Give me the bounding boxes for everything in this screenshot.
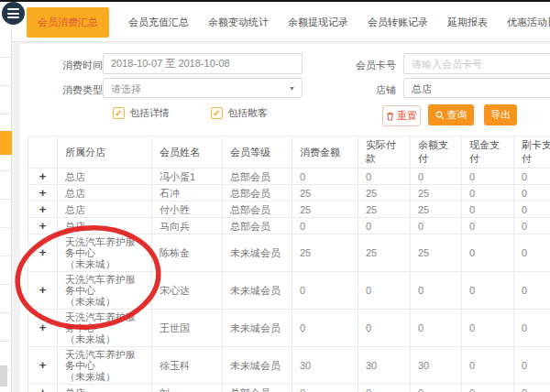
- column-header-8: 刷卡支付: [514, 136, 550, 169]
- search-button-label: 查询: [447, 108, 468, 122]
- table-row: +总店付小胜总部会员25252500: [28, 201, 550, 218]
- expand-row-icon[interactable]: +: [39, 205, 47, 214]
- table-row: +总店刘总部会员00000: [28, 385, 550, 392]
- expand-row-icon[interactable]: +: [39, 172, 47, 181]
- cell-value: 0: [358, 218, 411, 234]
- cell-value: 25: [411, 201, 462, 218]
- tab-4[interactable]: 余额提现记录: [288, 16, 348, 29]
- cell-value: 0: [462, 310, 514, 347]
- cell-value: 25: [292, 201, 358, 218]
- column-header-6: 余额支付: [411, 136, 462, 169]
- member-card-input[interactable]: [403, 53, 550, 74]
- table-row: +天洗汽车养护服务中心 （未来城）宋心达未来城会员00000: [28, 272, 550, 310]
- cell-member-name: 石冲: [152, 185, 223, 201]
- cell-value: 0: [292, 169, 358, 185]
- include-detail-label: 包括详情: [129, 106, 170, 120]
- expand-row-icon[interactable]: +: [39, 189, 47, 198]
- tab-5[interactable]: 会员转账记录: [368, 16, 428, 29]
- cell-value: 0: [358, 272, 411, 310]
- cell-member-name: 宋心达: [152, 272, 223, 310]
- cell-branch: 天洗汽车养护服务中心 （未来城）: [58, 310, 152, 347]
- cell-value: 0: [514, 169, 550, 185]
- cell-value: 25: [411, 185, 462, 201]
- content-panel: 消费时间 会员卡号 消费类型 请选择 ▼ 店铺 总店 ✓ 包括详情 ✓ 包括散客…: [20, 44, 550, 392]
- include-detail-checkbox[interactable]: ✓ 包括详情: [113, 106, 170, 120]
- cell-branch: 总店: [58, 169, 152, 185]
- shop-label: 店铺: [323, 83, 396, 97]
- cell-value: 0: [411, 218, 462, 234]
- cell-value: 0: [358, 169, 411, 185]
- cell-member-level: 未来城会员: [223, 272, 292, 310]
- reset-button[interactable]: 重置: [382, 105, 421, 126]
- tab-3[interactable]: 余额变动统计: [208, 16, 269, 29]
- cell-member-name: 马向兵: [152, 218, 223, 234]
- column-header-2: 会员姓名: [152, 136, 223, 169]
- search-icon: [435, 111, 445, 120]
- results-table: 所属分店会员姓名会员等级消费金额实际付款余额支付现金支付刷卡支付 +总店冯小蛋1…: [28, 136, 550, 392]
- expand-row-icon[interactable]: +: [39, 388, 47, 392]
- consume-type-value: 请选择: [111, 83, 141, 94]
- cell-branch: 总店: [58, 201, 152, 218]
- expand-row-icon[interactable]: +: [39, 361, 47, 370]
- expand-cell: +: [28, 185, 58, 201]
- cell-member-level: 总部会员: [223, 201, 292, 218]
- table-row: +总店冯小蛋1总部会员00000: [28, 169, 550, 185]
- cell-value: 25: [358, 234, 411, 272]
- expand-cell: +: [28, 310, 58, 347]
- expand-row-icon[interactable]: +: [39, 323, 47, 332]
- cell-value: 0: [462, 385, 514, 392]
- cell-member-name: 刘: [152, 385, 223, 392]
- expand-row-icon[interactable]: +: [39, 222, 47, 231]
- consume-type-select[interactable]: 请选择 ▼: [103, 78, 302, 98]
- cell-value: 0: [411, 272, 462, 310]
- column-header-7: 现金支付: [462, 136, 514, 169]
- cell-value: 0: [462, 272, 514, 310]
- app-window: 会员消费汇总会员充值汇总余额变动统计余额提现记录会员转账记录延期报表优惠活动日志…: [0, 0, 550, 392]
- member-card-label: 会员卡号: [323, 59, 396, 72]
- consume-time-input[interactable]: [103, 53, 302, 74]
- cell-value: 0: [462, 347, 514, 385]
- cell-member-name: 陈栋金: [152, 234, 223, 272]
- cell-value: 0: [514, 201, 550, 218]
- cell-value: 0: [514, 385, 550, 392]
- cell-member-name: 王世国: [152, 310, 223, 347]
- cell-branch: 总店: [58, 185, 152, 201]
- export-button[interactable]: 导出: [484, 104, 517, 125]
- cell-branch: 天洗汽车养护服务中心 （未来城）: [58, 347, 152, 385]
- cell-value: 25: [292, 234, 358, 272]
- tab-1[interactable]: 会员消费汇总: [27, 7, 109, 38]
- tab-7[interactable]: 优惠活动日志: [507, 16, 550, 29]
- collapsed-sidebar[interactable]: [0, 2, 12, 392]
- expand-row-icon[interactable]: +: [39, 248, 47, 257]
- search-button[interactable]: 查询: [428, 104, 474, 125]
- cell-member-name: 冯小蛋1: [152, 169, 223, 185]
- sidebar-active-item[interactable]: [0, 131, 12, 155]
- tab-bar: 会员消费汇总会员充值汇总余额变动统计余额提现记录会员转账记录延期报表优惠活动日志…: [27, 2, 550, 42]
- cell-value: 30: [292, 347, 358, 385]
- cell-value: 0: [411, 385, 462, 392]
- cell-member-level: 总部会员: [223, 169, 292, 185]
- include-walkin-checkbox[interactable]: ✓ 包括散客: [211, 106, 268, 120]
- expand-row-icon[interactable]: +: [39, 286, 47, 295]
- cell-member-level: 总部会员: [223, 385, 292, 392]
- cell-branch: 天洗汽车养护服务中心 （未来城）: [58, 272, 152, 310]
- cell-value: 30: [411, 347, 462, 385]
- cell-member-level: 未来城会员: [223, 310, 292, 347]
- tab-2[interactable]: 会员充值汇总: [128, 16, 189, 29]
- cell-branch: 天洗汽车养护服务中心 （未来城）: [58, 234, 152, 272]
- expand-cell: +: [28, 347, 58, 385]
- expand-cell: +: [28, 272, 58, 310]
- table-row: +天洗汽车养护服务中心 （未来城）王世国未来城会员00000: [28, 310, 550, 347]
- cell-value: 0: [514, 218, 550, 234]
- sidebar-scroll-thumb[interactable]: [0, 365, 7, 387]
- shop-select[interactable]: 总店: [403, 78, 550, 98]
- cell-value: 0: [514, 185, 550, 201]
- app-logo[interactable]: [2, 2, 25, 25]
- tab-6[interactable]: 延期报表: [447, 16, 488, 29]
- cell-member-name: 徐玉科: [152, 347, 223, 385]
- shop-value: 总店: [412, 83, 432, 94]
- cell-value: 0: [514, 272, 550, 310]
- expand-cell: +: [28, 169, 58, 185]
- column-header-1: 所属分店: [58, 136, 152, 169]
- cell-branch: 总店: [58, 218, 152, 234]
